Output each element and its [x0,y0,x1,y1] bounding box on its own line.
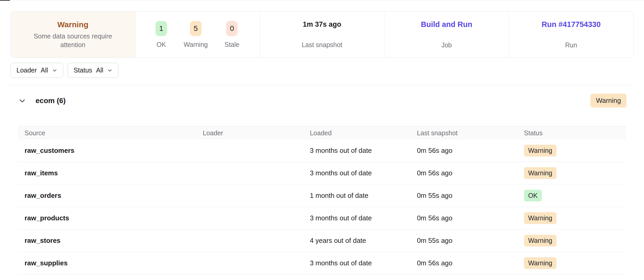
loader-filter-label: Loader [16,66,37,74]
source-name: raw_orders [18,192,203,200]
table-row[interactable]: raw_items 3 months out of date 0m 56s ag… [18,162,626,184]
status-badge: Warning [524,145,556,156]
source-group-status-badge: Warning [590,94,626,108]
run-link[interactable]: Run #417754330 [542,20,601,29]
count-stale-label: Stale [225,41,239,48]
column-header-source: Source [18,129,203,137]
sources-table: Source Loader Loaded Last snapshot Statu… [18,126,626,275]
status-filter-value: All [96,66,104,74]
source-group-header: ecom (6) Warning [10,85,634,114]
loaded-cell: 1 month out of date [310,192,417,200]
column-header-loader: Loader [203,129,310,137]
table-row[interactable]: raw_orders 1 month out of date 0m 55s ag… [18,184,626,207]
source-name: raw_customers [18,147,203,155]
last-snapshot-label: Last snapshot [302,41,342,49]
overall-status-title: Warning [57,20,88,29]
page-top-border-accent [0,0,10,1]
summary-bar: Warning Some data sources require attent… [10,11,634,58]
status-badge: Warning [524,167,556,179]
page-top-border [0,0,644,0]
loaded-cell: 3 months out of date [310,214,417,222]
source-group-title: ecom (6) [36,97,66,105]
run-card: Run #417754330 Run [509,12,633,58]
job-card: Build and Run Job [384,12,509,58]
chevron-down-icon [52,68,57,73]
last-snapshot-cell: 0m 56s ago [417,259,524,267]
loader-filter-value: All [41,66,48,74]
source-name: raw_products [18,214,203,222]
last-snapshot-cell: 0m 56s ago [417,147,524,155]
overall-status-subtitle: Some data sources require attention [29,32,117,49]
column-header-status: Status [524,129,626,137]
loaded-cell: 3 months out of date [310,147,417,155]
count-warning-value: 5 [190,21,202,36]
filter-bar: Loader All Status All [10,63,634,78]
job-label: Job [441,41,452,49]
job-link[interactable]: Build and Run [421,20,472,29]
status-badge: OK [524,190,542,201]
loaded-cell: 3 months out of date [310,169,417,177]
status-filter-label: Status [74,66,92,74]
source-name: raw_items [18,169,203,177]
count-stale: 0 Stale [225,21,239,48]
count-stale-value: 0 [226,21,238,36]
overall-status-card: Warning Some data sources require attent… [11,12,135,58]
last-snapshot-cell: 0m 56s ago [417,169,524,177]
loaded-cell: 4 years out of date [310,237,417,245]
status-badge: Warning [524,212,556,224]
table-row[interactable]: raw_products 3 months out of date 0m 56s… [18,207,626,229]
table-row[interactable]: raw_stores 4 years out of date 0m 55s ag… [18,229,626,252]
source-name: raw_supplies [18,259,203,267]
table-row[interactable]: raw_customers 3 months out of date 0m 56… [18,139,626,162]
count-ok-value: 1 [156,21,167,36]
table-header-row: Source Loader Loaded Last snapshot Statu… [18,126,626,139]
count-warning-label: Warning [184,41,208,48]
count-ok: 1 OK [156,21,167,48]
column-header-loaded: Loaded [310,129,417,137]
last-snapshot-cell: 0m 56s ago [417,214,524,222]
loader-filter-dropdown[interactable]: Loader All [10,63,63,78]
status-badge: Warning [524,257,556,269]
run-label: Run [565,41,577,49]
status-badge: Warning [524,235,556,247]
last-snapshot-value: 1m 37s ago [303,20,341,29]
loaded-cell: 3 months out of date [310,259,417,267]
status-counts-card: 1 OK 5 Warning 0 Stale [135,12,260,58]
column-header-last-snapshot: Last snapshot [417,129,524,137]
last-snapshot-cell: 0m 55s ago [417,192,524,200]
count-warning: 5 Warning [184,21,208,48]
count-ok-label: OK [157,41,166,48]
chevron-down-icon [107,68,112,73]
last-snapshot-cell: 0m 55s ago [417,237,524,245]
source-name: raw_stores [18,237,203,245]
last-snapshot-card: 1m 37s ago Last snapshot [260,12,384,58]
table-row[interactable]: raw_supplies 3 months out of date 0m 56s… [18,252,626,275]
status-filter-dropdown[interactable]: Status All [68,63,119,78]
chevron-down-icon[interactable] [18,97,26,105]
